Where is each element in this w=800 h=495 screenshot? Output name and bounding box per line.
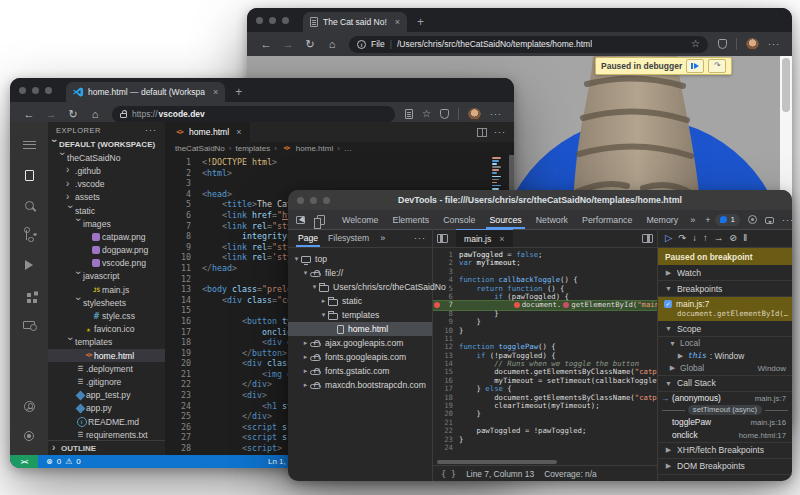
home-icon[interactable]: ⌂ (84, 108, 106, 120)
scope-global-row[interactable]: ▶ Global Window (658, 362, 792, 375)
inline-breakpoint-icon[interactable] (563, 302, 569, 308)
debugger-step-over-button[interactable]: ↷ (708, 59, 726, 73)
sidebar-menu-icon[interactable]: ··· (414, 233, 426, 243)
line-number[interactable]: 6 (433, 293, 459, 301)
editor-scrollbar-thumb[interactable] (509, 155, 514, 195)
line-number[interactable]: 12 (165, 274, 202, 285)
back-icon[interactable]: ← (255, 38, 277, 50)
code-line[interactable]: 2<html> (165, 168, 514, 179)
tree-item-requirements-txt[interactable]: ≡requirements.txt (48, 428, 165, 440)
line-number[interactable]: 5 (165, 199, 202, 210)
step-icon[interactable]: → (714, 233, 724, 243)
problems-indicator[interactable]: ⊗0 ⚠0 (46, 457, 81, 466)
browser-tab-cat[interactable]: The Cat said No! × (303, 12, 407, 32)
step-over-icon[interactable]: ↷ (678, 233, 686, 243)
reload-icon[interactable]: ↻ (62, 108, 84, 121)
call-stack-frame[interactable]: →(anonymous)main.js:7 (658, 392, 792, 405)
zoom-window-button[interactable] (282, 17, 289, 24)
forward-icon[interactable]: → (277, 38, 299, 50)
browser-essentials-icon[interactable] (440, 109, 449, 119)
line-number[interactable]: 1 (165, 157, 202, 168)
line-number[interactable]: 9 (165, 242, 202, 253)
tree-item-templates[interactable]: ▾templates (288, 308, 432, 322)
line-number[interactable]: 16 (165, 316, 202, 327)
browser-menu-icon[interactable]: ··· (490, 109, 502, 119)
tree-item--deployment[interactable]: ≡.deployment (48, 362, 165, 375)
callstack-section-header[interactable]: ▼ Call Stack (658, 375, 792, 392)
info-icon[interactable]: i (357, 40, 366, 49)
line-number[interactable]: 13 (165, 284, 202, 295)
tree-item-default-workspace-[interactable]: ›DEFAULT (WORKSPACE) (48, 138, 165, 151)
line-number[interactable]: 28 (165, 443, 202, 454)
zoom-window-button[interactable] (45, 87, 52, 94)
tab-close-icon[interactable]: × (499, 234, 504, 244)
tree-item-dogpaw-png[interactable]: dogpaw.png (48, 244, 165, 257)
line-number[interactable]: 7 (165, 221, 202, 232)
code-line[interactable]: 10} (433, 327, 657, 335)
browser-essentials-icon[interactable] (718, 39, 727, 49)
tree-item-app-test-py[interactable]: app_test.py (48, 389, 165, 402)
issues-badge[interactable]: 1 (715, 214, 739, 226)
reload-icon[interactable]: ↻ (299, 38, 321, 51)
profile-avatar[interactable] (746, 38, 759, 51)
watch-section-header[interactable]: ▶ Watch (658, 265, 792, 281)
step-into-icon[interactable]: ↓ (692, 233, 697, 243)
scope-local-group[interactable]: ▼ Local (658, 337, 792, 350)
line-number[interactable]: 14 (165, 295, 202, 306)
devtools-titlebar[interactable]: DevTools - file:///Users/chris/src/theCa… (288, 190, 792, 210)
url-host[interactable]: vscode.dev (159, 109, 205, 119)
source-code-view[interactable]: 1pawToggled = false;2var myTimeout;34fun… (433, 248, 657, 458)
line-number[interactable]: 6 (165, 210, 202, 221)
line-number[interactable]: 5 (433, 285, 459, 293)
devtools-tab-elements[interactable]: Elements (386, 211, 437, 229)
tree-item-users-chris-src-thecatsaidno[interactable]: ▾Users/chris/src/theCatSaidNo (288, 280, 432, 294)
line-number[interactable]: 24 (165, 401, 202, 412)
tree-item-static[interactable]: ▸static (288, 294, 432, 308)
tree-item-top[interactable]: ▾top (288, 252, 432, 266)
breadcrumb-item[interactable]: theCatSaidNo (175, 144, 225, 153)
activity-extensions-icon[interactable] (10, 280, 48, 310)
line-number[interactable]: 2 (433, 259, 459, 267)
page-scrollbar-thumb[interactable] (782, 58, 790, 112)
favorites-star-icon[interactable]: ☆ (422, 109, 431, 119)
call-stack-frame[interactable]: togglePawmain.js:16 (658, 416, 792, 429)
tree-item-home-html[interactable]: <>home.html (48, 349, 165, 362)
sidebar-tab-page[interactable]: Page (294, 230, 322, 247)
devtools-tab-welcome[interactable]: Welcome (335, 211, 386, 229)
line-number[interactable]: 7 (433, 301, 459, 309)
tree-item-file-[interactable]: ▾file:// (288, 266, 432, 280)
url-text[interactable]: /Users/chris/src/theCatSaidNo/templates/… (397, 39, 592, 49)
line-number[interactable]: 26 (165, 422, 202, 433)
editor-tab-home-html[interactable]: <> home.html × (165, 122, 250, 142)
line-number[interactable]: 15 (165, 305, 202, 316)
tree-item-assets[interactable]: ›assets (48, 191, 165, 204)
line-number[interactable]: 11 (165, 263, 202, 274)
pause-on-exceptions-icon[interactable]: ‖ (743, 233, 747, 243)
close-window-button[interactable] (19, 87, 26, 94)
line-number[interactable]: 4 (433, 276, 459, 284)
line-number[interactable]: 4 (165, 189, 202, 200)
sidebar-tab-filesystem[interactable]: Filesystem (324, 230, 373, 247)
line-number[interactable]: 10 (165, 252, 202, 263)
scope-this-row[interactable]: ▶ this : Window (658, 350, 792, 363)
file-tab-main-js[interactable]: main.js × (456, 229, 513, 247)
line-number[interactable]: 24 (433, 444, 459, 452)
activity-search-icon[interactable] (10, 190, 48, 220)
tree-item-style-css[interactable]: #style.css (48, 309, 165, 322)
code-line[interactable]: 9 } (433, 318, 657, 326)
tree-item-app-py[interactable]: app.py (48, 402, 165, 415)
collapse-sidebar-icon[interactable] (437, 234, 448, 243)
tree-item-home-html[interactable]: home.html (288, 322, 432, 336)
tree-item-fonts-gstatic-com[interactable]: ▸fonts.gstatic.com (288, 364, 432, 378)
new-tab-button[interactable]: + (235, 85, 242, 99)
close-window-button[interactable] (256, 17, 263, 24)
remote-indicator[interactable]: >< (10, 455, 38, 468)
window-controls[interactable] (247, 17, 289, 24)
dom-breakpoints-section-header[interactable]: ▶ DOM Breakpoints (658, 459, 792, 475)
breadcrumb-item[interactable]: templates (235, 144, 270, 153)
forward-icon[interactable]: → (40, 108, 62, 120)
devtools-tab-network[interactable]: Network (529, 211, 575, 229)
line-number[interactable]: 20 (165, 358, 202, 369)
settings-gear-icon[interactable] (748, 215, 757, 224)
window-controls[interactable] (10, 87, 52, 94)
